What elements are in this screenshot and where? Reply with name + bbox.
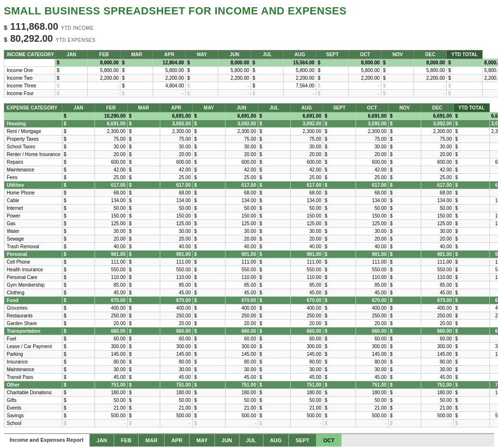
row-label: Cell Phone [4,258,62,266]
table-cell: 30.00 [489,143,498,151]
tab-oct[interactable]: OCT [317,434,342,447]
table-row: Rent / Mortgage$2,300.00$2,300.00$2,300.… [4,128,498,135]
table-cell: 7,564.00 [284,82,316,90]
table-cell: $ [127,235,160,243]
table-cell: 250.00 [160,312,192,320]
table-cell: 45.00 [489,374,498,381]
table-cell: $ [323,166,356,174]
table-row: Parking$145.00$145.00$145.00$145.00$145.… [4,351,498,358]
table-cell: $ [192,381,225,389]
table-cell: $ [453,343,489,351]
table-cell: $ [323,343,356,351]
table-cell: $ [388,112,421,120]
table-cell: 25.00 [290,174,323,182]
table-cell: $ [453,235,489,243]
table-cell: $ [192,258,225,266]
table-cell: $ [192,335,225,343]
table-cell: 60.00 [356,335,388,343]
table-cell: 110.00 [290,274,323,281]
tab-jun[interactable]: JUN [215,434,239,447]
table-cell: $ [323,120,356,128]
table-cell: $ [258,228,290,235]
table-cell: $ [192,135,225,143]
tab-aug[interactable]: AUG [263,434,289,447]
tab-apr[interactable]: APR [165,434,190,447]
table-cell: 125.00 [421,220,453,228]
table-cell: 134.00 [421,197,453,205]
table-cell: $ [192,374,225,381]
table-cell: 550.00 [160,266,192,274]
table-row: Sewage$20.00$20.00$20.00$20.00$20.00$20.… [4,235,498,243]
table-cell: $ [323,374,356,381]
income-nov-header: NOV [381,50,414,59]
table-cell: 60.00 [160,335,192,343]
expense-jul-header: JUL [258,104,290,112]
table-cell: 20.00 [489,235,498,243]
table-cell: 30.00 [489,366,498,374]
tab-jan[interactable]: JAN [90,434,114,447]
table-cell: $ [62,228,95,235]
table-row: Maintenance$42.00$42.00$42.00$42.00$42.0… [4,166,498,174]
table-cell: 75.00 [290,135,323,143]
table-cell: $ [62,258,95,266]
income-jun-header: JUN [218,50,251,59]
section-label: Other [4,381,62,389]
table-cell: $ [388,251,421,258]
table-cell: $ [127,304,160,312]
table-cell: 134.00 [356,197,388,205]
table-cell: $ [258,143,290,151]
table-cell: $ [388,128,421,135]
tab-feb[interactable]: FEB [114,434,139,447]
table-cell: 2,300.00 [489,128,498,135]
table-cell: $ [251,67,284,74]
row-label: School Taxes [4,143,62,151]
table-cell: $ [388,166,421,174]
table-cell: $ [323,327,356,335]
table-cell: 500.00 [290,412,323,420]
table-cell: 150.00 [421,212,453,220]
tab-report[interactable]: Income and Expenses Report [4,434,90,447]
tab-mar[interactable]: MAR [139,434,165,447]
table-cell: $ [62,412,95,420]
table-cell: 500.00 [356,412,388,420]
table-cell: $ [192,343,225,351]
table-cell: $ [62,189,95,197]
row-label: Rent / Mortgage [4,128,62,135]
row-label: Maintenance [4,366,62,374]
table-cell: 25.00 [489,174,498,182]
table-cell: 30.00 [95,366,127,374]
table-cell: 85.00 [225,281,258,289]
tab-sept[interactable]: SEPT [289,434,317,447]
table-row: Property Taxes$75.00$75.00$75.00$75.00$7… [4,135,498,143]
table-cell: 50.00 [95,205,127,212]
table-cell: 400.00 [356,304,388,312]
table-cell: $ [388,351,421,358]
table-cell: $ [127,327,160,335]
table-row: Health Insurance$550.00$550.00$550.00$55… [4,266,498,274]
table-cell: 111.00 [421,258,453,266]
table-cell: $ [388,420,421,427]
table-cell: 134.00 [160,197,192,205]
ytd-expenses-item: $ 80,292.00 YTD EXPENSES [4,33,494,44]
table-cell: $ [258,128,290,135]
table-cell: 45.00 [95,374,127,381]
table-cell: 111.00 [225,258,258,266]
table-cell: $ [127,420,160,427]
table-cell: $ [323,235,356,243]
table-cell: $ [62,397,95,404]
table-cell: 25.00 [356,174,388,182]
table-cell: $ [453,243,489,251]
table-row: Repairs$600.00$600.00$600.00$600.00$600.… [4,158,498,166]
table-row: Maintenance$30.00$30.00$30.00$30.00$30.0… [4,366,498,374]
table-cell: 250.00 [356,312,388,320]
tab-may[interactable]: MAY [190,434,214,447]
table-cell: 8,000.00 [88,59,120,67]
table-cell: 550.00 [225,266,258,274]
table-cell: 180.00 [489,389,498,397]
tab-jul[interactable]: JUL [239,434,263,447]
table-cell: $ [323,366,356,374]
table-cell: $ [62,243,95,251]
table-cell: 600.00 [225,158,258,166]
row-label: Savings [4,412,62,420]
table-cell: 45.00 [290,374,323,381]
